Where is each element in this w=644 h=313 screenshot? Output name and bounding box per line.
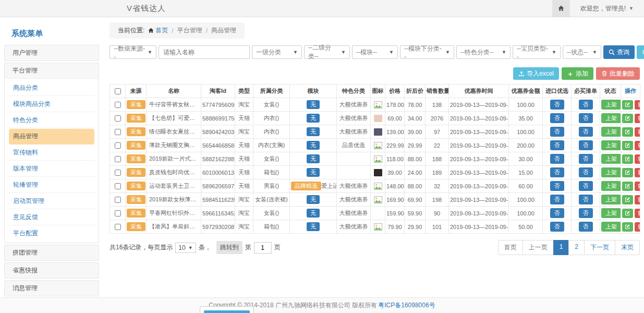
- delete-button[interactable]: [635, 168, 640, 177]
- import-toggle[interactable]: 否: [550, 181, 564, 190]
- sidebar-item[interactable]: 版本管理: [9, 161, 94, 177]
- filter-select[interactable]: --模块下分类--▼: [400, 45, 454, 59]
- filter-select[interactable]: --模块--▼: [352, 45, 398, 59]
- delete-button[interactable]: [635, 114, 640, 123]
- row-checkbox[interactable]: [115, 170, 121, 176]
- edit-button[interactable]: [622, 195, 633, 204]
- reset-button[interactable]: 重置: [637, 45, 644, 59]
- must-buy-toggle[interactable]: 否: [579, 167, 593, 177]
- sidebar-item[interactable]: 平台配置: [9, 226, 94, 241]
- select-all-checkbox[interactable]: [115, 88, 121, 94]
- must-buy-toggle[interactable]: 否: [579, 208, 593, 218]
- delete-button[interactable]: [635, 195, 640, 204]
- sidebar-item[interactable]: 特色分类: [9, 113, 94, 128]
- edit-button[interactable]: [622, 114, 633, 123]
- sidebar-item[interactable]: 商品分类: [9, 80, 94, 96]
- import-toggle[interactable]: 否: [550, 195, 564, 204]
- import-toggle[interactable]: 否: [550, 154, 564, 163]
- status-toggle[interactable]: 上架: [601, 127, 621, 136]
- import-toggle[interactable]: 否: [550, 167, 564, 177]
- jump-button[interactable]: 跳转到: [216, 241, 242, 254]
- row-checkbox[interactable]: [115, 129, 121, 135]
- filter-select[interactable]: --状态--▼: [563, 45, 601, 59]
- status-toggle[interactable]: 上架: [601, 140, 621, 150]
- sidebar-item[interactable]: 模块商品分类: [9, 97, 94, 112]
- page-button[interactable]: 1: [553, 240, 569, 255]
- delete-button[interactable]: [635, 182, 640, 191]
- page-button[interactable]: 2: [568, 240, 585, 255]
- row-checkbox[interactable]: [115, 197, 121, 203]
- status-toggle[interactable]: 上架: [601, 167, 621, 177]
- breadcrumb-item[interactable]: 商品管理: [211, 26, 236, 35]
- breadcrumb-item[interactable]: 平台管理: [177, 26, 202, 35]
- sidebar-item[interactable]: 启动页管理: [9, 194, 94, 209]
- edit-button[interactable]: [622, 209, 633, 218]
- sidebar-group[interactable]: 拼团管理: [4, 245, 99, 261]
- status-toggle[interactable]: 上架: [601, 100, 621, 109]
- sidebar-item[interactable]: 意见反馈: [9, 210, 94, 225]
- edit-button[interactable]: [622, 222, 633, 232]
- breadcrumb-home-link[interactable]: 首页: [148, 26, 168, 35]
- must-buy-toggle[interactable]: 否: [579, 195, 593, 204]
- row-checkbox[interactable]: [115, 115, 121, 122]
- sidebar-item[interactable]: 宣传物料: [9, 145, 94, 161]
- edit-button[interactable]: [622, 154, 633, 164]
- home-button[interactable]: [552, 0, 570, 17]
- row-checkbox[interactable]: [115, 102, 121, 108]
- delete-button[interactable]: [635, 209, 640, 218]
- status-toggle[interactable]: 上架: [601, 195, 621, 204]
- must-buy-toggle[interactable]: 否: [579, 181, 593, 190]
- import-excel-button[interactable]: 导入excel: [513, 67, 559, 80]
- edit-button[interactable]: [622, 182, 633, 191]
- status-toggle[interactable]: 上架: [601, 113, 621, 123]
- filter-select[interactable]: --数据来源--▼: [110, 45, 156, 59]
- sidebar-group[interactable]: 省惠快报: [4, 262, 99, 279]
- import-toggle[interactable]: 否: [550, 100, 564, 109]
- row-checkbox[interactable]: [115, 142, 121, 149]
- jump-page-input[interactable]: [254, 242, 272, 254]
- add-button[interactable]: ＋ 添加: [562, 67, 593, 80]
- status-toggle[interactable]: 上架: [601, 208, 621, 218]
- must-buy-toggle[interactable]: 否: [579, 222, 593, 231]
- page-button[interactable]: 末页: [615, 240, 640, 255]
- status-toggle[interactable]: 上架: [601, 181, 621, 190]
- delete-button[interactable]: [635, 222, 640, 232]
- status-toggle[interactable]: 上架: [601, 154, 621, 163]
- import-toggle[interactable]: 否: [550, 222, 564, 231]
- filter-select[interactable]: --特色分类--▼: [456, 45, 511, 59]
- row-checkbox[interactable]: [115, 210, 121, 216]
- page-button[interactable]: 首页: [498, 240, 523, 255]
- edit-button[interactable]: [622, 141, 633, 150]
- sidebar-item[interactable]: 轮播管理: [9, 177, 94, 193]
- must-buy-toggle[interactable]: 否: [579, 154, 593, 163]
- must-buy-toggle[interactable]: 否: [579, 100, 593, 109]
- edit-button[interactable]: [622, 100, 633, 110]
- search-button[interactable]: 查询: [603, 45, 635, 59]
- icp-link[interactable]: 粤ICP备16098006号: [378, 301, 435, 310]
- must-buy-toggle[interactable]: 否: [579, 113, 593, 123]
- import-toggle[interactable]: 否: [550, 140, 564, 150]
- user-menu[interactable]: 欢迎您，管理员! ▼: [570, 0, 644, 17]
- name-filter-input[interactable]: [159, 45, 250, 59]
- import-toggle[interactable]: 否: [550, 113, 564, 123]
- per-page-select[interactable]: 10 ▼: [175, 243, 196, 253]
- delete-button[interactable]: [635, 127, 640, 137]
- row-checkbox[interactable]: [115, 224, 121, 230]
- filter-select[interactable]: --宝贝类型--▼: [513, 45, 561, 59]
- import-toggle[interactable]: 否: [550, 127, 564, 136]
- must-buy-toggle[interactable]: 否: [579, 140, 593, 150]
- filter-select[interactable]: --二级分类--▼: [304, 45, 350, 59]
- import-toggle[interactable]: 否: [550, 208, 564, 218]
- sidebar-group[interactable]: 平台管理: [4, 63, 99, 79]
- sidebar-item[interactable]: 商品管理: [9, 129, 94, 145]
- status-toggle[interactable]: 上架: [601, 222, 621, 231]
- filter-select[interactable]: 一级分类▼: [252, 45, 302, 59]
- page-button[interactable]: 上一页: [523, 240, 554, 255]
- row-checkbox[interactable]: [115, 183, 121, 189]
- delete-button[interactable]: [635, 100, 640, 110]
- sidebar-group[interactable]: 消息管理: [4, 280, 99, 296]
- delete-button[interactable]: [635, 141, 640, 150]
- edit-button[interactable]: [622, 168, 633, 177]
- must-buy-toggle[interactable]: 否: [579, 127, 593, 136]
- sidebar-group[interactable]: 用户管理: [4, 45, 99, 61]
